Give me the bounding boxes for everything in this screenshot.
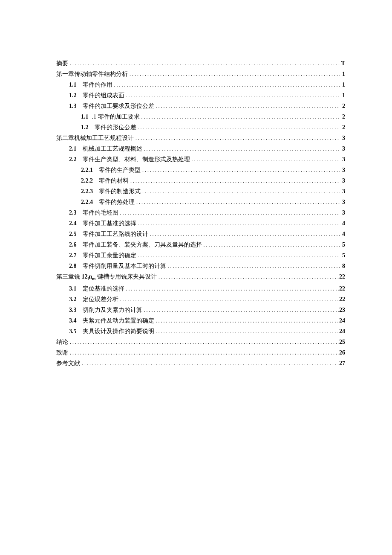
toc-page: 1 [340,93,345,99]
toc-leader [190,157,340,163]
toc-page: 3 [340,178,345,184]
toc-entry: 3.3 切削力及夹紧力的计算 23 [56,307,345,313]
toc-leader [112,82,340,88]
toc-entry: 2.2.2 零件的材料 3 [56,178,345,184]
toc-title: .1 零件的加工要求 [92,114,140,120]
toc-leader [136,221,340,227]
toc-title: 切削力及夹紧力的计算 [83,307,142,313]
toc-entry: 2.5 零件加工工艺路线的设计 4 [56,231,345,237]
toc-page: 3 [340,167,345,173]
toc-number: 2.2.1 [81,167,99,173]
toc-number: 2.2.4 [81,199,99,205]
toc-entry: 2.6 零件加工装备、装夹方案、刀具及量具的选择 5 [56,242,345,248]
toc-page: T [340,61,345,67]
toc-leader [68,61,340,67]
toc-leader [134,135,340,141]
toc-page: 4 [340,221,345,227]
toc-title: 夹具设计及操作的简要说明 [83,328,154,334]
toc-title: 参考文献 [56,360,80,366]
toc-leader [118,210,340,216]
toc-leader [140,114,340,120]
toc-number: 1.2 [69,93,83,99]
toc-number: 2.3 [69,210,83,216]
toc-page: 24 [339,328,345,334]
toc-page: 1 [340,71,345,77]
toc-page: 3 [340,189,345,195]
toc-number: 3.1 [69,286,83,292]
toc-leader [142,146,340,152]
toc-title: 零件加工工艺路线的设计 [83,231,148,237]
toc-leader [154,328,340,334]
toc-entry: 2.8 零件切削用量及基本工时的计算 8 [56,263,345,269]
toc-number: 2.4 [69,221,83,227]
toc-number: 2.2.3 [81,189,99,195]
toc-leader [141,189,340,195]
toc-page: 5 [340,242,345,248]
toc-page: 4 [340,231,345,237]
toc-entry: 2.2.3 零件的制造形式 3 [56,189,345,195]
toc-entry: 参考文献 27 [56,360,345,366]
toc-number: 1.3 [69,103,83,109]
toc-leader [135,199,340,205]
toc-leader [118,296,340,302]
toc-leader [124,93,340,99]
toc-leader [202,242,340,248]
toc-leader [148,231,340,237]
toc-title: 零件的作用 [83,82,112,88]
toc-entry: 摘要 T [56,61,345,67]
toc-page: 3 [340,210,345,216]
toc-title: 零件的形位公差 [95,125,136,131]
toc-entry: 第一章传动轴零件结构分析 1 [56,71,345,77]
toc-leader [166,263,340,269]
toc-title: 第一章传动轴零件结构分析 [56,71,128,77]
toc-title: 零件切削用量及基本工时的计算 [83,263,166,269]
document-page: 摘要 T 第一章传动轴零件结构分析 1 1.1 零件的作用 1 1.2 零件的组… [0,0,392,555]
toc-page: 3 [340,199,345,205]
toc-page: 5 [340,253,345,259]
toc-title: 机械加工工艺规程概述 [83,146,142,152]
toc-page: 23 [339,307,345,313]
toc-title: 零件的加工要求及形位公差 [83,103,154,109]
toc-leader [68,339,339,345]
toc-page: 3 [340,135,345,141]
toc-page: 22 [339,286,345,292]
toc-entry: 2.3 零件的毛坯图 3 [56,210,345,216]
toc-entry: 2.2.1 零件的生产类型 3 [56,167,345,173]
toc-number: 3.4 [69,318,83,324]
toc-page: 24 [339,318,345,324]
toc-leader [142,307,340,313]
toc-number: 2.7 [69,253,83,259]
toc-leader [80,360,339,366]
toc-title: 零件加工基准的选择 [83,221,136,227]
toc-page: 3 [340,157,345,163]
toc-page: 1 [340,82,345,88]
toc-entry: 2.2 零件生产类型、材料、制造形式及热处理 3 [56,157,345,163]
toc-entry: 3.2 定位误差分析 22 [56,296,345,302]
toc-number: 2.5 [69,231,83,237]
toc-title: 夹紧元件及动力装置的确定 [83,318,154,324]
toc-leader [68,350,339,356]
toc-entry: 结论 25 [56,339,345,345]
toc-leader [136,253,340,259]
toc-title: 摘要 [56,61,68,67]
toc-entry: 1.2 零件的组成表面 1 [56,93,345,99]
toc-page: 8 [340,263,345,269]
toc-page: 3 [340,146,345,152]
toc-entry: 第三章铣 12lnm 键槽专用铣床夹具设计 22 [56,274,345,281]
toc-entry: 3.1 定位基准的选择 22 [56,286,345,292]
toc-entry: 1.1 .1 零件的加工要求 2 [56,114,345,120]
toc-number: 3.3 [69,307,83,313]
toc-title: 零件加工装备、装夹方案、刀具及量具的选择 [83,242,202,248]
toc-entry: 2.7 零件加工余量的确定 5 [56,253,345,259]
toc-title: 零件加工余量的确定 [83,253,136,259]
toc-leader [128,71,340,77]
toc-title: 零件的制造形式 [99,189,141,195]
toc-entry: 3.5 夹具设计及操作的简要说明 24 [56,328,345,334]
toc-title: 致谢 [56,350,68,356]
toc-title: 定位基准的选择 [83,286,124,292]
toc-title: 定位误差分析 [83,296,118,302]
toc-page: 2 [340,125,345,131]
toc-entry: 1.2 零件的形位公差 2 [56,125,345,131]
toc-number: 1.1 [81,114,92,120]
toc-entry: 1.3 零件的加工要求及形位公差 2 [56,103,345,109]
